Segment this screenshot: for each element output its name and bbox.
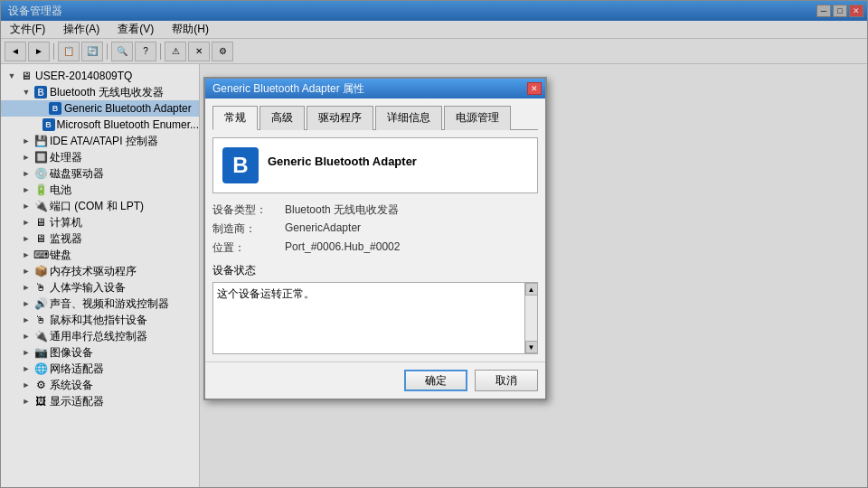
- device-large-icon: B: [222, 147, 259, 183]
- tab-details[interactable]: 详细信息: [375, 106, 442, 130]
- tab-advanced[interactable]: 高级: [259, 106, 305, 130]
- prop-type-row: 设备类型： Bluetooth 无线电收发器: [212, 202, 538, 218]
- prop-manufacturer-row: 制造商： GenericAdapter: [212, 221, 538, 237]
- dialog-footer: 确定 取消: [205, 361, 545, 399]
- status-scrollbar[interactable]: ▲ ▼: [524, 283, 537, 353]
- tab-driver[interactable]: 驱动程序: [307, 106, 373, 130]
- prop-type-value: Bluetooth 无线电收发器: [285, 202, 399, 218]
- dialog-overlay: Generic Bluetooth Adapter 属性 ✕ 常规 高级 驱动程…: [0, 0, 868, 488]
- status-text: 这个设备运转正常。: [217, 287, 315, 300]
- dialog-close-button[interactable]: ✕: [527, 82, 542, 95]
- prop-type-label: 设备类型：: [212, 202, 285, 218]
- dialog-title: Generic Bluetooth Adapter 属性: [209, 81, 527, 97]
- prop-location-value: Port_#0006.Hub_#0002: [285, 240, 400, 256]
- status-label: 设备状态: [212, 263, 538, 278]
- prop-manufacturer-value: GenericAdapter: [285, 221, 361, 237]
- status-section: 设备状态 这个设备运转正常。 ▲ ▼: [212, 263, 538, 354]
- prop-location-label: 位置：: [212, 240, 285, 256]
- dialog-title-bar: Generic Bluetooth Adapter 属性 ✕: [205, 79, 545, 99]
- tab-power[interactable]: 电源管理: [444, 106, 511, 130]
- device-display-name: Generic Bluetooth Adapter: [268, 147, 417, 168]
- cancel-button[interactable]: 取消: [475, 370, 538, 391]
- scroll-down-arrow[interactable]: ▼: [525, 341, 538, 353]
- dialog-content: 常规 高级 驱动程序 详细信息 电源管理 B Generic Bluetooth…: [205, 99, 545, 361]
- scroll-up-arrow[interactable]: ▲: [525, 283, 538, 296]
- prop-manufacturer-label: 制造商：: [212, 221, 285, 237]
- device-properties: 设备类型： Bluetooth 无线电收发器 制造商： GenericAdapt…: [212, 202, 538, 256]
- tab-bar: 常规 高级 驱动程序 详细信息 电源管理: [212, 106, 538, 130]
- ok-button[interactable]: 确定: [404, 370, 467, 391]
- prop-location-row: 位置： Port_#0006.Hub_#0002: [212, 240, 538, 256]
- tab-general[interactable]: 常规: [212, 106, 258, 130]
- status-text-box: 这个设备运转正常。 ▲ ▼: [212, 282, 538, 354]
- properties-dialog: Generic Bluetooth Adapter 属性 ✕ 常规 高级 驱动程…: [203, 77, 547, 400]
- device-info-panel: B Generic Bluetooth Adapter: [212, 137, 538, 193]
